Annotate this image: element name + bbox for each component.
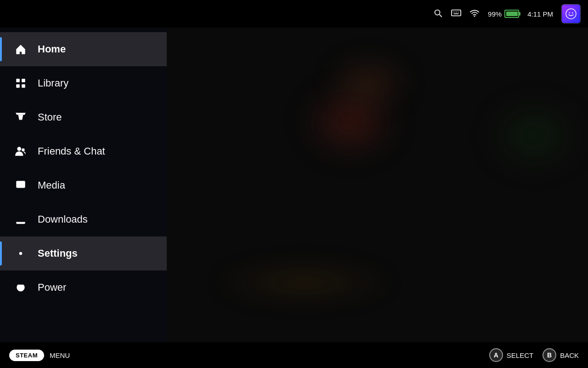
- bottom-actions: A SELECT B BACK: [489, 348, 579, 362]
- svg-point-10: [572, 12, 573, 13]
- wifi-icon: [469, 9, 480, 19]
- select-label: SELECT: [507, 351, 533, 359]
- power-icon: [14, 281, 28, 294]
- battery-icon: [504, 10, 519, 18]
- steam-button[interactable]: STEAM: [9, 350, 44, 361]
- back-action[interactable]: B BACK: [543, 348, 579, 362]
- status-icons: 99% 4:11 PM: [433, 4, 581, 23]
- store-label: Store: [38, 111, 62, 123]
- friends-icon: [14, 144, 28, 158]
- svg-rect-14: [22, 84, 25, 88]
- search-icon[interactable]: [433, 8, 443, 20]
- svg-rect-12: [22, 79, 25, 82]
- home-label: Home: [38, 43, 66, 55]
- svg-point-6: [474, 15, 475, 17]
- sidebar-item-settings[interactable]: Settings: [0, 236, 167, 270]
- sidebar-item-downloads[interactable]: Downloads: [0, 202, 167, 236]
- svg-rect-7: [563, 6, 579, 22]
- svg-rect-11: [16, 79, 20, 82]
- back-label: BACK: [560, 351, 579, 359]
- svg-rect-17: [16, 181, 25, 188]
- battery-indicator: 99%: [488, 10, 519, 18]
- svg-rect-0: [452, 10, 461, 16]
- b-button[interactable]: B: [543, 348, 556, 362]
- sidebar-item-store[interactable]: Store: [0, 100, 167, 134]
- keyboard-icon[interactable]: [451, 9, 461, 19]
- downloads-label: Downloads: [38, 213, 88, 225]
- sidebar: Home Library: [0, 28, 167, 342]
- media-label: Media: [38, 179, 65, 191]
- battery-percentage: 99%: [488, 10, 502, 18]
- top-bar: 99% 4:11 PM: [0, 0, 588, 28]
- select-action[interactable]: A SELECT: [489, 348, 533, 362]
- sidebar-item-media[interactable]: Media: [0, 168, 167, 202]
- svg-rect-13: [16, 84, 20, 88]
- background-area: [167, 28, 588, 342]
- sidebar-item-library[interactable]: Library: [0, 66, 167, 100]
- main-content: Home Library: [0, 28, 588, 342]
- svg-point-18: [19, 252, 23, 255]
- library-label: Library: [38, 77, 68, 89]
- power-label: Power: [38, 282, 66, 293]
- store-icon: [14, 110, 28, 124]
- downloads-icon: [14, 213, 28, 226]
- home-icon: [14, 42, 28, 56]
- sidebar-item-friends[interactable]: Friends & Chat: [0, 134, 167, 168]
- menu-label: MENU: [50, 351, 70, 359]
- clock: 4:11 PM: [527, 10, 553, 18]
- settings-label: Settings: [38, 247, 78, 259]
- svg-point-9: [569, 12, 570, 13]
- settings-icon: [14, 247, 28, 260]
- bottom-bar: STEAM MENU A SELECT B BACK: [0, 342, 588, 368]
- sidebar-item-power[interactable]: Power: [0, 270, 167, 305]
- media-icon: [14, 178, 28, 192]
- a-button[interactable]: A: [489, 348, 503, 362]
- sidebar-item-home[interactable]: Home: [0, 32, 167, 66]
- svg-point-15: [17, 147, 21, 151]
- avatar[interactable]: [561, 4, 581, 23]
- library-icon: [14, 76, 28, 90]
- friends-label: Friends & Chat: [38, 145, 105, 157]
- svg-point-16: [22, 149, 24, 152]
